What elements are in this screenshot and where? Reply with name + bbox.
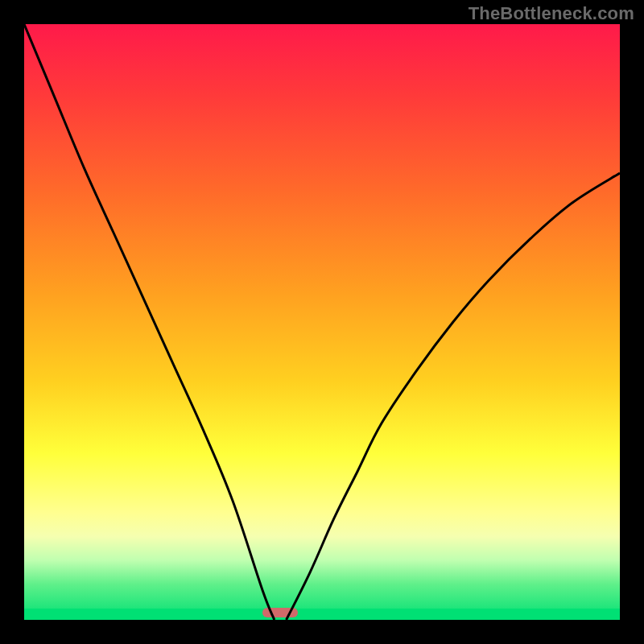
- watermark-text: TheBottleneck.com: [469, 3, 634, 24]
- left-curve: [24, 24, 275, 620]
- bottleneck-curves: [24, 24, 620, 620]
- plot-area: [24, 24, 620, 620]
- chart-frame: TheBottleneck.com: [0, 0, 644, 644]
- right-curve: [287, 173, 620, 620]
